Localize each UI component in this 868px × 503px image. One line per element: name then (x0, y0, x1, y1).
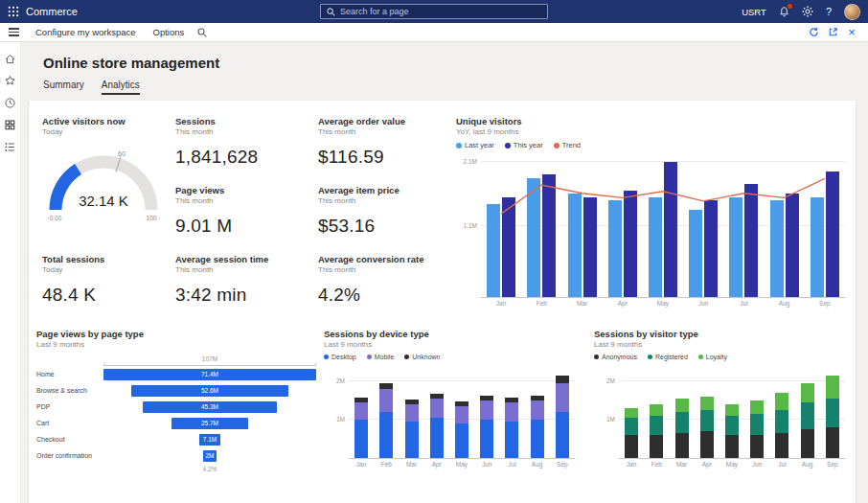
legend-item-trend[interactable]: Trend (554, 141, 581, 149)
stacked-bar[interactable] (505, 398, 518, 458)
app-name[interactable]: Commerce (26, 6, 78, 17)
search-input[interactable] (340, 7, 541, 16)
x-axis-labels: JanFebMarAprMayJunJulAugSep (619, 461, 845, 468)
stacked-bar[interactable] (531, 396, 544, 458)
stacked-bar[interactable] (775, 393, 788, 458)
stacked-bar[interactable] (405, 400, 419, 458)
segment-anonymous (801, 429, 814, 458)
notifications-button[interactable] (779, 6, 789, 17)
funnel-category-label: Home (36, 371, 103, 377)
toolbar-search-button[interactable] (194, 24, 211, 41)
stacked-bar[interactable] (455, 401, 468, 458)
workspaces-button[interactable] (3, 118, 17, 132)
segment-registered (826, 399, 839, 427)
stacked-bar[interactable] (379, 383, 393, 458)
chart-subtitle: Last 9 months (324, 340, 575, 349)
kpi-average-order-value[interactable]: Average order value This month $116.59 (318, 116, 405, 168)
funnel-category-label: Browse & search (36, 387, 103, 394)
funnel-bar[interactable]: 7.1M (199, 434, 220, 446)
global-search[interactable] (320, 4, 548, 19)
stacked-bar[interactable] (650, 404, 663, 458)
segment-registered (801, 402, 814, 429)
funnel-bar[interactable]: 52.6M (131, 385, 288, 397)
stacked-bar[interactable] (700, 397, 714, 458)
kpi-page-views[interactable]: Page views This month 9.01 M (175, 185, 232, 237)
bar-group (354, 398, 368, 458)
kpi-average-item-price[interactable]: Average item price This month $53.16 (318, 185, 400, 237)
settings-button[interactable] (802, 6, 813, 17)
kpi-value: 3:42 min (175, 285, 268, 306)
stacked-bar[interactable] (480, 396, 493, 458)
help-button[interactable]: ? (826, 6, 832, 17)
close-workspace-button[interactable]: × (843, 24, 860, 41)
kpi-subtitle: This month (318, 196, 400, 205)
legend-item-desktop[interactable]: Desktop (324, 354, 356, 360)
recents-button[interactable] (3, 96, 17, 110)
stacked-bar[interactable] (750, 400, 764, 458)
legend-dot (456, 143, 462, 149)
tab-analytics[interactable]: Analytics (102, 80, 140, 95)
funnel-axis: 107M (103, 355, 316, 366)
kpi-total-sessions[interactable]: Total sessions Today 48.4 K (42, 254, 104, 306)
funnel-bar[interactable]: 71.4M (103, 369, 316, 380)
stacked-bar[interactable] (801, 383, 814, 458)
segment-loyalty (826, 376, 839, 399)
home-icon (4, 53, 16, 65)
navigation-menu-button[interactable] (5, 24, 22, 41)
funnel-bar[interactable]: 25.7M (171, 418, 248, 429)
active-visitors-gauge-block[interactable]: Active visitors now Today 6032.14 K0.001… (42, 116, 171, 225)
legend-item-loyalty[interactable]: Loyalty (698, 354, 727, 360)
company-selector[interactable]: USRT (742, 7, 766, 17)
user-avatar[interactable] (844, 4, 860, 20)
bar-group (379, 383, 393, 458)
y-axis-label: 2M (324, 377, 345, 384)
tab-summary[interactable]: Summary (43, 80, 84, 95)
segment-mobile (480, 400, 493, 420)
legend-item-mobile[interactable]: Mobile (367, 354, 395, 360)
stacked-bar[interactable] (826, 376, 839, 458)
legend-item-this-year[interactable]: This year (505, 141, 543, 149)
segment-mobile (556, 383, 569, 412)
segment-mobile (531, 400, 544, 420)
legend-item-unknown[interactable]: Unknown (404, 354, 440, 360)
kpi-subtitle: This month (175, 127, 258, 136)
kpi-average-conversion-rate[interactable]: Average conversion rate This month 4.2% (318, 254, 424, 306)
bar-group (675, 399, 689, 458)
kpi-value: 48.4 K (42, 285, 104, 306)
stacked-bar[interactable] (556, 376, 569, 458)
favorites-button[interactable] (3, 74, 17, 88)
app-launcher-button[interactable] (8, 6, 19, 17)
options-button[interactable]: Options (146, 23, 193, 42)
modules-button[interactable] (3, 140, 17, 154)
x-axis-label: Jun (683, 300, 723, 307)
stacked-bar[interactable] (725, 404, 739, 458)
funnel-bar[interactable]: 45.3M (143, 401, 278, 413)
gauge-svg: 6032.14 K0.00100 (42, 143, 167, 221)
kpi-sessions[interactable]: Sessions This month 1,841,628 (175, 116, 258, 168)
legend-label: Trend (562, 141, 581, 149)
configure-workspace-button[interactable]: Configure my workspace (28, 23, 144, 42)
legend-item-last-year[interactable]: Last year (456, 141, 494, 149)
x-axis-label: Jun (474, 461, 499, 468)
refresh-icon (809, 27, 819, 37)
segment-unknown (556, 376, 569, 383)
legend-item-registered[interactable]: Registered (648, 354, 688, 360)
funnel-row: PDP45.3M (36, 399, 316, 415)
open-new-window-button[interactable] (824, 24, 841, 41)
legend-dot (698, 354, 703, 359)
legend-label: Desktop (331, 354, 356, 360)
home-button[interactable] (3, 52, 17, 66)
funnel-category-label: Order confirmation (36, 452, 103, 459)
legend-item-anonymous[interactable]: Anonymous (594, 354, 637, 360)
stacked-bar[interactable] (675, 399, 689, 458)
refresh-button[interactable] (805, 24, 822, 41)
kpi-average-session-time[interactable]: Average session time This month 3:42 min (175, 254, 268, 306)
stacked-bar[interactable] (430, 394, 444, 458)
grid-icon (4, 119, 16, 131)
device-type-chart: 1M2MJanFebMarAprMayJunJulAugSep (324, 367, 575, 468)
funnel-bar[interactable]: 2M (203, 450, 217, 462)
stacked-bar[interactable] (354, 398, 368, 458)
stacked-bar[interactable] (625, 408, 638, 458)
segment-registered (725, 416, 739, 435)
x-axis-label: Apr (695, 461, 720, 468)
